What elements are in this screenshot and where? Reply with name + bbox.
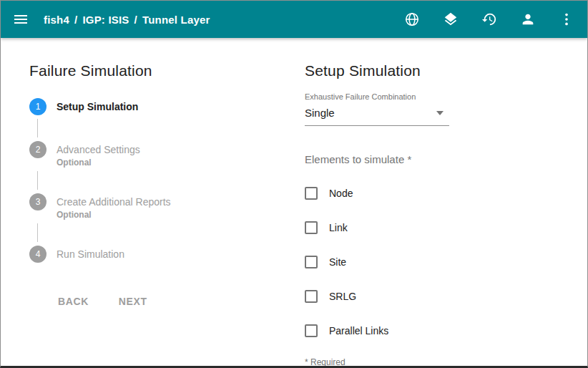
node-checkbox[interactable] — [305, 187, 318, 200]
page-title: Failure Simulation — [29, 62, 305, 79]
breadcrumb-separator: / — [74, 14, 77, 26]
main-content: Failure Simulation 1 Setup Simulation 2 … — [1, 38, 587, 367]
srlg-checkbox[interactable] — [305, 290, 318, 303]
breadcrumb: fish4 / IGP: ISIS / Tunnel Layer — [44, 14, 210, 26]
app-window: fish4 / IGP: ISIS / Tunnel Layer — [0, 0, 588, 368]
chevron-down-icon — [436, 111, 444, 115]
combination-select-value: Single — [305, 107, 335, 119]
checkbox-label: Site — [329, 256, 346, 268]
parallel-links-checkbox[interactable] — [305, 324, 318, 337]
link-checkbox[interactable] — [305, 221, 318, 234]
site-checkbox[interactable] — [305, 256, 318, 268]
checkbox-label: Node — [329, 188, 353, 199]
step-connector — [37, 171, 38, 190]
checkbox-row-parallel-links[interactable]: Parallel Links — [305, 324, 559, 337]
step-label: Create Additional Reports — [57, 193, 171, 208]
checkbox-row-node[interactable]: Node — [305, 187, 559, 200]
stepper-panel: Failure Simulation 1 Setup Simulation 2 … — [29, 62, 305, 367]
step-sublabel: Optional — [57, 210, 171, 220]
step-label: Setup Simulation — [57, 98, 138, 112]
checkbox-label: SRLG — [329, 291, 356, 302]
step-sublabel: Optional — [57, 158, 140, 168]
app-bar: fish4 / IGP: ISIS / Tunnel Layer — [1, 1, 587, 38]
step-nav: BACK NEXT — [58, 296, 305, 307]
setup-panel: Setup Simulation Exhaustive Failure Comb… — [305, 62, 559, 367]
breadcrumb-layer[interactable]: Tunnel Layer — [142, 14, 210, 26]
checkbox-row-site[interactable]: Site — [305, 256, 559, 268]
kebab-menu-icon[interactable] — [556, 9, 577, 30]
step-number-badge: 2 — [29, 141, 46, 158]
breadcrumb-igp[interactable]: IGP: ISIS — [82, 14, 129, 26]
checkbox-row-link[interactable]: Link — [305, 221, 559, 234]
next-button[interactable]: NEXT — [119, 296, 147, 307]
checkbox-label: Parallel Links — [329, 325, 388, 336]
elements-label: Elements to simulate * — [305, 153, 559, 165]
step-number-badge: 3 — [29, 193, 46, 210]
step-create-additional-reports[interactable]: 3 Create Additional Reports Optional — [29, 193, 305, 220]
step-number-badge: 4 — [29, 246, 46, 263]
step-setup-simulation[interactable]: 1 Setup Simulation — [29, 98, 305, 115]
required-note: * Required — [305, 357, 559, 367]
step-run-simulation[interactable]: 4 Run Simulation — [29, 246, 305, 263]
menu-icon[interactable] — [9, 8, 32, 31]
step-label: Advanced Settings — [57, 141, 140, 155]
step-number-badge: 1 — [29, 98, 46, 115]
step-connector — [37, 223, 38, 242]
setup-title: Setup Simulation — [305, 62, 559, 79]
layers-icon[interactable] — [440, 9, 461, 30]
combination-label: Exhaustive Failure Combination — [305, 92, 559, 101]
account-icon[interactable] — [517, 9, 539, 30]
checkbox-label: Link — [329, 222, 348, 233]
step-label: Run Simulation — [57, 246, 124, 260]
back-button[interactable]: BACK — [58, 296, 89, 307]
history-icon[interactable] — [479, 9, 500, 30]
combination-select[interactable]: Single — [305, 101, 449, 126]
checkbox-row-srlg[interactable]: SRLG — [305, 290, 559, 303]
breadcrumb-network[interactable]: fish4 — [44, 14, 69, 26]
breadcrumb-separator: / — [134, 14, 137, 26]
globe-icon[interactable] — [401, 9, 423, 30]
stepper: 1 Setup Simulation 2 Advanced Settings O… — [29, 98, 305, 263]
step-advanced-settings[interactable]: 2 Advanced Settings Optional — [29, 141, 305, 168]
topbar-actions — [401, 9, 577, 30]
step-connector — [37, 119, 38, 137]
